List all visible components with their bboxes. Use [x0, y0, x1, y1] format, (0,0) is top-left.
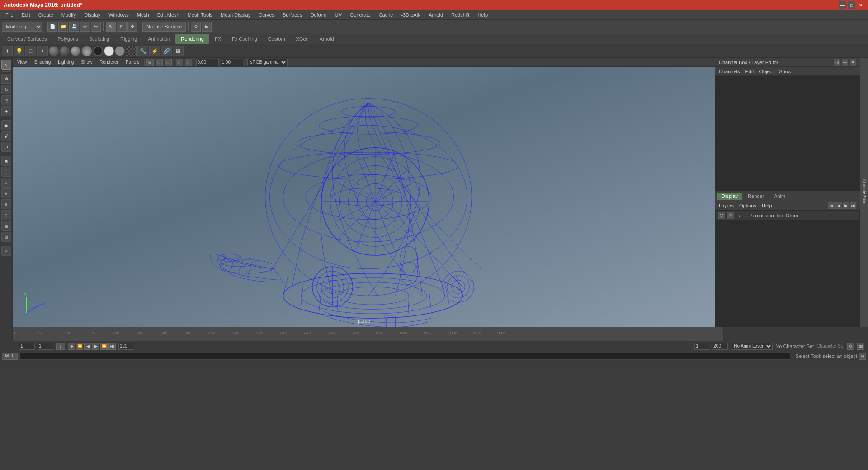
vp-shading-btn[interactable]: Shading [32, 59, 54, 65]
vp-icon-2[interactable]: ⊟ [156, 59, 163, 66]
new-scene-btn[interactable]: 📄 [47, 22, 57, 32]
tab-custom[interactable]: Custom [263, 34, 291, 44]
vp-renderer-btn[interactable]: Renderer [97, 59, 121, 65]
menu-edit-mesh[interactable]: Edit Mesh [154, 10, 183, 19]
select-mode-btn[interactable]: ↖ [1, 60, 11, 70]
no-live-surface-btn[interactable]: No Live Surface [142, 22, 186, 32]
cb-close-btn[interactable]: ✕ [850, 59, 856, 66]
menu-modify[interactable]: Modify [58, 10, 80, 19]
scale-mode-btn[interactable]: ⊡ [1, 95, 11, 105]
shelf-white-sphere-btn[interactable] [104, 46, 114, 56]
soft-select-btn[interactable]: ◉ [1, 120, 11, 130]
menu-deform[interactable]: Deform [307, 10, 330, 19]
cb-expand-btn[interactable]: ◁ [834, 59, 840, 66]
tab-polygons[interactable]: Polygons [52, 34, 83, 44]
tab-curves-surfaces[interactable]: Curves / Surfaces [2, 34, 52, 44]
menu-edit[interactable]: Edit [18, 10, 34, 19]
shelf-half-sphere-btn[interactable] [81, 46, 92, 56]
workspace-select[interactable]: Modeling [2, 22, 42, 32]
tab-rigging[interactable]: Rigging [115, 34, 142, 44]
shelf-sun-btn[interactable]: ☀ [2, 46, 13, 56]
menu-help[interactable]: Help [474, 10, 491, 19]
anim-skip-end[interactable]: ⏭ [108, 343, 116, 350]
layers-nav-layers[interactable]: Layers [719, 203, 734, 208]
menu-file[interactable]: File [2, 10, 17, 19]
minimize-button[interactable]: — [839, 1, 846, 9]
anim-layer-select[interactable]: No Anim Layer [731, 343, 773, 350]
shelf-gray-sphere-btn[interactable] [115, 46, 125, 56]
close-button[interactable]: ✕ [857, 1, 864, 9]
anim-play-back[interactable]: ◀ [84, 343, 91, 350]
layer-btn2[interactable]: ⊞ [1, 167, 11, 177]
menu-mesh-tools[interactable]: Mesh Tools [184, 10, 216, 19]
menu-generate[interactable]: Generate [346, 10, 374, 19]
layer-scroll-prev[interactable]: ◀ [835, 202, 842, 209]
vp-wire-btn[interactable]: ⊡ [185, 59, 192, 66]
layer-scroll-start[interactable]: ⏮ [828, 202, 835, 209]
menu-3dtall[interactable]: -3DtoAll- [397, 10, 424, 19]
menu-mesh-display[interactable]: Mesh Display [217, 10, 254, 19]
universal-mode-btn[interactable]: ✦ [1, 106, 11, 116]
move-tool-btn[interactable]: ✥ [127, 22, 137, 32]
render-settings-btn[interactable]: ⚙ [191, 22, 201, 32]
vp-lighting-btn[interactable]: Lighting [55, 59, 76, 65]
cb-nav-channels[interactable]: Channels [719, 69, 740, 74]
viewport-canvas[interactable]: .wire { stroke: #1a1aff; stroke-width: 0… [13, 67, 715, 327]
mel-accept-btn[interactable]: ⊡ [859, 352, 866, 360]
vp-grid-btn[interactable]: ⊞ [176, 59, 183, 66]
vp-panels-btn[interactable]: Panels [123, 59, 142, 65]
vp-icon-1[interactable]: ◎ [146, 59, 154, 66]
tab-fx[interactable]: FX [209, 34, 226, 44]
vp-view-btn[interactable]: View [14, 59, 30, 65]
vp-value1-input[interactable] [196, 59, 219, 66]
layer-scroll-end[interactable]: ⏭ [850, 202, 856, 209]
menu-arnold[interactable]: Arnold [425, 10, 447, 19]
vp-show-btn[interactable]: Show [78, 59, 95, 65]
layers-nav-options[interactable]: Options [739, 203, 756, 208]
shelf-checker-btn[interactable] [126, 46, 137, 56]
mel-command-input[interactable] [19, 352, 790, 360]
misc-btn1[interactable]: ⚙ [1, 246, 11, 256]
lasso-tool-btn[interactable]: ⊡ [117, 22, 127, 32]
maximize-button[interactable]: □ [848, 1, 855, 9]
menu-windows[interactable]: Windows [105, 10, 132, 19]
move-mode-btn[interactable]: ✥ [1, 74, 11, 84]
shelf-sphere2-btn[interactable] [60, 46, 70, 56]
tab-anim[interactable]: Anim [769, 193, 790, 200]
tab-rendering[interactable]: Rendering [175, 34, 209, 44]
menu-display[interactable]: Display [80, 10, 104, 19]
layer-scroll-next[interactable]: ▶ [843, 202, 849, 209]
shelf-tool3-btn[interactable]: 🔗 [161, 46, 172, 56]
shelf-tool2-btn[interactable]: ⚡ [149, 46, 160, 56]
frame-start-input[interactable] [19, 343, 35, 350]
anim-extra-btn2[interactable]: ▦ [857, 343, 864, 350]
frame-current-input[interactable] [38, 343, 53, 350]
vp-icon-3[interactable]: ⊞ [165, 59, 172, 66]
vp-gamma-select[interactable]: sRGB gamma [247, 59, 288, 66]
channel-box-controls[interactable]: ◁ — ✕ [834, 59, 856, 66]
select-tool-btn[interactable]: ↖ [106, 22, 116, 32]
paint-btn[interactable]: 🖌 [1, 131, 11, 141]
tab-xgen[interactable]: XGen [291, 34, 314, 44]
anim-skip-start[interactable]: ⏮ [68, 343, 75, 350]
cb-nav-show[interactable]: Show [779, 69, 792, 74]
anim-end-input[interactable] [712, 343, 728, 350]
save-scene-btn[interactable]: 💾 [69, 22, 79, 32]
layer-v-btn[interactable]: V [718, 212, 725, 219]
anim-step-back[interactable]: ⏪ [76, 343, 83, 350]
window-controls[interactable]: — □ ✕ [839, 1, 864, 9]
menu-create[interactable]: Create [35, 10, 57, 19]
render-btn[interactable]: ▶ [202, 22, 212, 32]
tab-render[interactable]: Render [743, 193, 769, 200]
shelf-sphere3-btn[interactable] [71, 46, 80, 56]
anim-play-fwd[interactable]: ▶ [92, 343, 99, 350]
layer-btn5[interactable]: ⊟ [1, 199, 11, 209]
shelf-spotlight-btn[interactable]: 💡 [14, 46, 24, 56]
sculpt-btn[interactable]: ⚙ [1, 142, 11, 152]
tab-arnold[interactable]: Arnold [314, 34, 340, 44]
cb-nav-edit[interactable]: Edit [745, 69, 754, 74]
tab-sculpting[interactable]: Sculpting [84, 34, 115, 44]
cb-nav-object[interactable]: Object [759, 69, 774, 74]
rotate-mode-btn[interactable]: ↻ [1, 85, 11, 94]
redo-btn[interactable]: ↪ [91, 22, 101, 32]
